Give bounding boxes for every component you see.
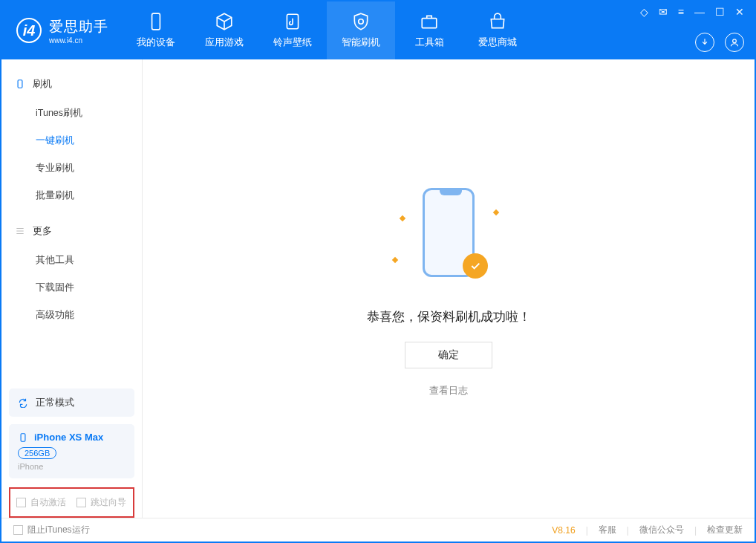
phone-icon: [18, 432, 28, 443]
window-controls: ◇ ✉ ≡ — ☐ ✕: [640, 6, 744, 18]
checkbox-skip-guide[interactable]: 跳过向导: [76, 496, 126, 509]
main-content: 恭喜您，保资料刷机成功啦！ 确定 查看日志: [143, 59, 755, 518]
device-mode-label: 正常模式: [36, 396, 74, 409]
nav-label: 应用游戏: [205, 36, 244, 49]
refresh-icon: [18, 397, 28, 408]
checkbox-block-itunes[interactable]: 阻止iTunes运行: [13, 524, 90, 536]
close-button[interactable]: ✕: [735, 6, 744, 18]
nav-label: 工具箱: [415, 36, 444, 49]
briefcase-icon: [420, 12, 439, 31]
maximize-button[interactable]: ☐: [715, 6, 725, 18]
nav-ringtone-wallpaper[interactable]: 铃声壁纸: [258, 1, 327, 59]
menu-icon[interactable]: ≡: [678, 6, 684, 18]
nav-label: 爱思商城: [478, 36, 517, 49]
sidebar-item-pro-flash[interactable]: 专业刷机: [1, 155, 142, 182]
sidebar-item-batch-flash[interactable]: 批量刷机: [1, 182, 142, 209]
checkbox-label: 跳过向导: [91, 496, 126, 509]
success-message: 恭喜您，保资料刷机成功啦！: [367, 308, 531, 325]
logo-icon: i4: [16, 18, 42, 43]
success-illustration: [393, 181, 504, 292]
footer: 阻止iTunes运行 V8.16 | 客服 | 微信公众号 | 检查更新: [1, 518, 755, 542]
nav-my-device[interactable]: 我的设备: [122, 1, 190, 59]
device-icon: [15, 79, 25, 89]
device-subtype: iPhone: [18, 462, 126, 471]
shirt-icon[interactable]: ◇: [640, 6, 648, 18]
sidebar-group-label: 更多: [33, 224, 52, 238]
nav-label: 智能刷机: [342, 36, 380, 49]
shield-refresh-icon: [351, 12, 371, 31]
store-icon: [488, 12, 507, 31]
highlight-box: 自动激活 跳过向导: [9, 487, 134, 518]
checkbox-icon: [13, 525, 23, 535]
nav-smart-flash[interactable]: 智能刷机: [327, 1, 395, 59]
sidebar-item-itunes-flash[interactable]: iTunes刷机: [1, 100, 142, 127]
checkbox-auto-activate[interactable]: 自动激活: [16, 496, 66, 509]
ok-button[interactable]: 确定: [405, 342, 492, 368]
device-info-box[interactable]: iPhone XS Max 256GB iPhone: [9, 424, 134, 478]
sidebar-item-other-tools[interactable]: 其他工具: [1, 247, 142, 274]
svg-rect-0: [152, 13, 160, 30]
version-label: V8.16: [552, 525, 575, 536]
sidebar-item-download-firmware[interactable]: 下载固件: [1, 274, 142, 302]
cube-icon: [215, 12, 234, 31]
header: i4 爱思助手 www.i4.cn 我的设备 应用游戏 铃声壁纸 智能刷机: [1, 1, 755, 59]
music-file-icon: [283, 12, 302, 31]
svg-rect-2: [422, 19, 437, 28]
download-button[interactable]: [695, 33, 714, 52]
support-link[interactable]: 客服: [599, 524, 616, 536]
app-title: 爱思助手: [49, 17, 108, 36]
device-capacity: 256GB: [18, 447, 56, 459]
nav-apps-games[interactable]: 应用游戏: [190, 1, 258, 59]
phone-icon: [146, 12, 166, 31]
sidebar-item-advanced[interactable]: 高级功能: [1, 302, 142, 329]
nav-label: 铃声壁纸: [273, 36, 312, 49]
svg-point-3: [733, 39, 737, 43]
sidebar-item-oneclick-flash[interactable]: 一键刷机: [1, 127, 142, 155]
sidebar-group-flash: 刷机: [1, 73, 142, 95]
feedback-icon[interactable]: ✉: [659, 6, 668, 18]
app-subtitle: www.i4.cn: [49, 36, 108, 45]
view-log-link[interactable]: 查看日志: [429, 385, 468, 397]
checkbox-icon: [76, 498, 86, 507]
device-mode-box[interactable]: 正常模式: [9, 388, 134, 417]
minimize-button[interactable]: —: [694, 6, 705, 18]
nav-toolbox[interactable]: 工具箱: [395, 1, 463, 59]
nav-tabs: 我的设备 应用游戏 铃声壁纸 智能刷机 工具箱 爱思商城: [122, 1, 532, 59]
sidebar-group-more: 更多: [1, 220, 142, 242]
sidebar: 刷机 iTunes刷机 一键刷机 专业刷机 批量刷机 更多 其他工具 下载固件 …: [1, 59, 143, 518]
logo: i4 爱思助手 www.i4.cn: [1, 1, 122, 59]
checkbox-label: 阻止iTunes运行: [27, 524, 90, 536]
svg-rect-4: [18, 80, 22, 88]
wechat-link[interactable]: 微信公众号: [639, 524, 684, 536]
device-name: iPhone XS Max: [34, 432, 103, 443]
checkbox-icon: [16, 498, 26, 507]
svg-rect-5: [21, 433, 25, 441]
check-update-link[interactable]: 检查更新: [707, 524, 743, 536]
list-icon: [15, 226, 25, 236]
nav-label: 我的设备: [137, 36, 175, 49]
user-button[interactable]: [725, 33, 744, 52]
check-badge-icon: [463, 253, 488, 279]
sidebar-group-label: 刷机: [33, 77, 52, 91]
app-window: i4 爱思助手 www.i4.cn 我的设备 应用游戏 铃声壁纸 智能刷机: [0, 0, 756, 543]
nav-store[interactable]: 爱思商城: [463, 1, 532, 59]
checkbox-label: 自动激活: [30, 496, 66, 509]
